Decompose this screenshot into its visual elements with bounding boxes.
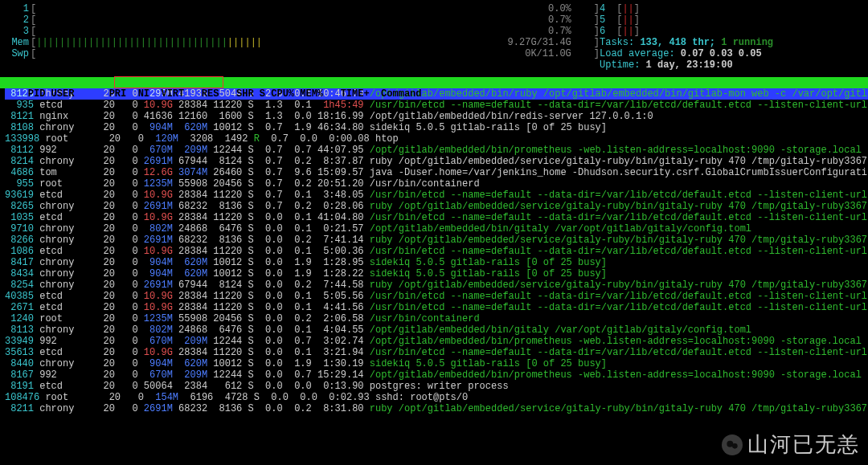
process-row[interactable]: 8440 chrony 20 0 904M 620M 10012 S 0.0 1… — [5, 358, 868, 369]
process-row[interactable]: 8121 nginx 20 0 41636 12160 1600 S 1.3 0… — [5, 111, 868, 122]
process-row[interactable]: 1035 etcd 20 0 10.9G 28384 11220 S 0.0 0… — [5, 212, 868, 223]
process-row[interactable]: 33949 992 20 0 670M 209M 12244 S 0.0 0.7… — [5, 336, 868, 347]
uptime-value: 1 day, 23:19:00 — [646, 59, 733, 71]
process-row[interactable]: 2671 etcd 20 0 10.9G 28384 11220 S 0.0 0… — [5, 302, 868, 313]
highlight-box — [114, 76, 223, 88]
process-row[interactable]: 35613 etcd 20 0 10.9G 28384 11220 S 0.0 … — [5, 347, 868, 358]
process-row[interactable]: 4686 tom 20 0 12.6G 3074M 26460 S 0.7 9.… — [5, 167, 868, 178]
wechat-icon — [722, 434, 743, 455]
process-row[interactable]: 8191 etcd 20 0 50064 2384 612 S 0.0 0.0 … — [5, 381, 868, 392]
process-row[interactable]: 8113 chrony 20 0 802M 24868 6476 S 0.0 0… — [5, 324, 868, 336]
process-row[interactable]: 935 etcd 20 0 10.9G 28384 11220 S 1.3 0.… — [5, 100, 868, 111]
process-row[interactable]: 8265 chrony 20 0 2691M 68232 8136 S 0.7 … — [5, 201, 868, 212]
load-label: Load average: — [600, 48, 681, 59]
process-row[interactable]: 133998 root 20 0 120M 3208 1492 R 0.7 0.… — [5, 133, 868, 145]
process-row[interactable]: 8214 chrony 20 0 2691M 67944 8124 S 0.7 … — [5, 156, 868, 167]
process-row[interactable]: 8254 chrony 20 0 2691M 67944 8124 S 0.0 … — [5, 279, 868, 291]
tasks-running: 1 running — [721, 37, 773, 48]
cpu-meters: 1[0.0%]2[0.7%]3[0.7%] — [5, 3, 600, 37]
load-values: 0.07 0.03 0.05 — [681, 48, 762, 59]
process-list[interactable]: 8125 chrony 20 0 299M 41936 5044 S 2.0 0… — [0, 88, 868, 414]
process-row[interactable]: 8211 chrony 20 0 2691M 68232 8136 S 0.0 … — [5, 403, 868, 414]
tasks-count: 133 — [640, 37, 657, 48]
process-row[interactable]: 8112 992 20 0 670M 209M 12244 S 0.7 0.7 … — [5, 145, 868, 156]
process-row[interactable]: 8108 chrony 20 0 904M 620M 10012 S 0.7 1… — [5, 122, 868, 133]
tasks-label: Tasks: — [600, 37, 640, 48]
process-row[interactable]: 108476 root 20 0 154M 6196 4728 S 0.0 0.… — [5, 392, 868, 403]
stats-panel: 4 [||]5 [||]6 [||] Tasks: 133, 418 thr; … — [600, 3, 863, 71]
process-row[interactable]: 955 root 20 0 1235M 55908 20456 S 0.7 0.… — [5, 178, 868, 190]
swap-meter: Swp[ 0K/11.0G] — [5, 48, 600, 59]
process-row[interactable]: 8266 chrony 20 0 2691M 68232 8136 S 0.0 … — [5, 235, 868, 246]
top-panel: 1[0.0%]2[0.7%]3[0.7%] Mem[||||||||||||||… — [0, 0, 868, 72]
process-row[interactable]: 1086 etcd 20 0 10.9G 28384 11220 S 0.0 0… — [5, 246, 868, 257]
mem-meter: Mem[||||||||||||||||||||||||||||||||||||… — [5, 37, 600, 48]
uptime-label: Uptime: — [600, 59, 646, 71]
process-row[interactable]: 8167 992 20 0 670M 209M 12244 S 0.0 0.7 … — [5, 369, 868, 381]
process-header[interactable]: PID USER PRI NI VIRT RES SHR S CPU% MEM%… — [0, 77, 868, 88]
process-row[interactable]: 93619 etcd 20 0 10.9G 28384 11220 S 0.7 … — [5, 190, 868, 201]
process-row[interactable]: 8417 chrony 20 0 904M 620M 10012 S 0.0 1… — [5, 257, 868, 268]
process-row[interactable]: 40385 etcd 20 0 10.9G 28384 11220 S 0.0 … — [5, 291, 868, 302]
process-row[interactable]: 8434 chrony 20 0 904M 620M 10012 S 0.0 1… — [5, 268, 868, 279]
process-row[interactable]: 9710 chrony 20 0 802M 24868 6476 S 0.0 0… — [5, 223, 868, 235]
process-row[interactable]: 1240 root 20 0 1235M 55908 20456 S 0.0 0… — [5, 313, 868, 324]
watermark: 山河已无恙 — [722, 434, 860, 455]
svg-point-1 — [732, 443, 738, 449]
